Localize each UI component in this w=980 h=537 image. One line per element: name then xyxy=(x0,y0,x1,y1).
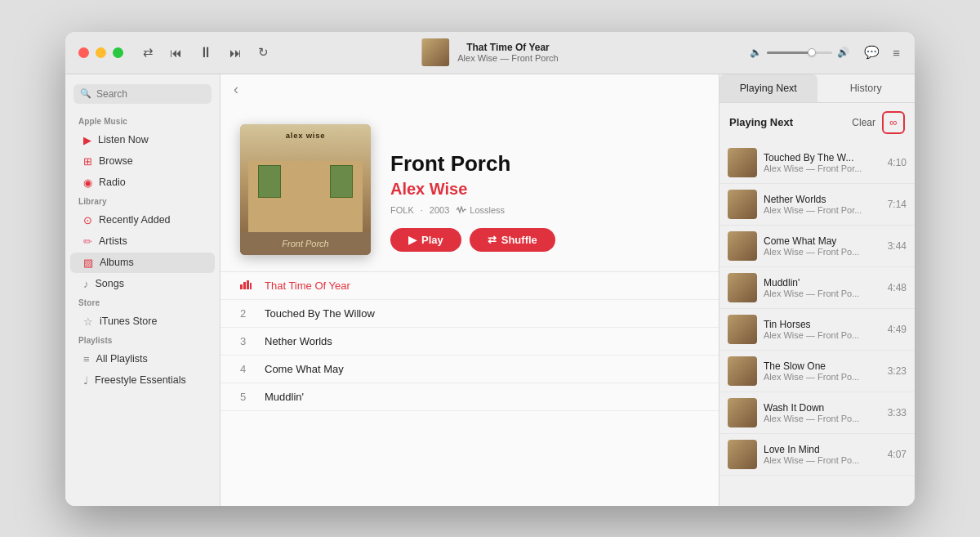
queue-duration-6: 3:23 xyxy=(888,365,906,377)
track-row-2[interactable]: 2 Touched By The Willow xyxy=(220,300,719,328)
sidebar-item-browse[interactable]: ⊞ Browse xyxy=(70,151,215,172)
queue-item-2[interactable]: Nether Worlds Alex Wise — Front Por... 7… xyxy=(719,184,915,226)
titlebar-right-icons: 💬 ≡ xyxy=(862,43,902,61)
play-pause-button[interactable]: ⏸ xyxy=(195,41,216,65)
repeat-button[interactable]: ↻ xyxy=(255,42,272,63)
sidebar-item-recently-added[interactable]: ⊙ Recently Added xyxy=(70,210,215,230)
listen-now-icon: ▶ xyxy=(83,134,91,146)
tab-playing-next[interactable]: Playing Next xyxy=(719,74,817,102)
now-playing-title: That Time Of Year xyxy=(457,42,558,53)
queue-title-2: Nether Worlds xyxy=(764,194,881,205)
now-playing-center: That Time Of Year Alex Wise — Front Porc… xyxy=(421,38,558,66)
album-artist: Alex Wise xyxy=(390,180,699,199)
artists-icon: ✏ xyxy=(83,235,92,248)
queue-info-1: Touched By The W... Alex Wise — Front Po… xyxy=(764,152,881,173)
volume-slider[interactable] xyxy=(767,51,832,54)
album-art-title: alex wise xyxy=(240,131,371,140)
queue-button[interactable]: ≡ xyxy=(891,43,902,61)
sidebar-label-recently-added: Recently Added xyxy=(99,214,171,226)
shuffle-button[interactable]: ⇄ xyxy=(140,42,157,63)
queue-item-3[interactable]: Come What May Alex Wise — Front Po... 3:… xyxy=(719,226,915,267)
songs-icon: ♪ xyxy=(83,278,89,290)
sidebar-item-artists[interactable]: ✏ Artists xyxy=(70,231,215,252)
track-row-4[interactable]: 4 Come What May xyxy=(220,356,719,383)
queue-thumb-7 xyxy=(728,398,757,427)
sidebar-item-listen-now[interactable]: ▶ Listen Now xyxy=(70,130,215,150)
queue-item-6[interactable]: The Slow One Alex Wise — Front Po... 3:2… xyxy=(719,351,915,392)
lossless-icon xyxy=(456,206,467,214)
sidebar-label-artists: Artists xyxy=(99,235,127,247)
queue-sub-7: Alex Wise — Front Po... xyxy=(764,414,881,423)
right-panel-tabs: Playing Next History xyxy=(719,74,915,103)
track-name-1: That Time Of Year xyxy=(265,280,699,292)
queue-sub-1: Alex Wise — Front Por... xyxy=(764,163,881,173)
play-button[interactable]: ▶ Play xyxy=(390,228,461,252)
lyrics-button[interactable]: 💬 xyxy=(862,43,881,61)
titlebar: ⇄ ⏮ ⏸ ⏭ ↻ That Time Of Year Alex Wise — … xyxy=(65,32,915,74)
queue-item-1[interactable]: Touched By The W... Alex Wise — Front Po… xyxy=(719,142,915,184)
search-input[interactable] xyxy=(96,88,205,100)
next-button[interactable]: ⏭ xyxy=(226,43,245,63)
search-icon: 🔍 xyxy=(80,88,91,99)
track-name-2: Touched By The Willow xyxy=(265,307,699,320)
queue-item-8[interactable]: Love In Mind Alex Wise — Front Po... 4:0… xyxy=(719,434,915,476)
svg-rect-3 xyxy=(250,283,252,289)
queue-sub-8: Alex Wise — Front Po... xyxy=(764,455,881,465)
queue-thumb-1 xyxy=(728,148,757,177)
now-playing-info: That Time Of Year Alex Wise — Front Porc… xyxy=(457,42,558,63)
previous-button[interactable]: ⏮ xyxy=(167,43,185,63)
sidebar-item-albums[interactable]: ▨ Albums xyxy=(70,253,215,273)
queue-duration-7: 3:33 xyxy=(888,407,906,418)
album-title: Front Porch xyxy=(390,151,699,177)
sidebar-label-itunes: iTunes Store xyxy=(100,315,157,327)
volume-high-icon: 🔊 xyxy=(837,47,849,58)
queue-controls: Clear ∞ xyxy=(852,111,905,134)
sidebar-item-songs[interactable]: ♪ Songs xyxy=(70,274,215,294)
now-playing-thumbnail xyxy=(421,38,449,66)
queue-info-7: Wash It Down Alex Wise — Front Po... xyxy=(764,402,881,423)
track-row-3[interactable]: 3 Nether Worlds xyxy=(220,328,719,356)
album-art-label: Front Porch xyxy=(240,239,371,248)
track-num-2: 2 xyxy=(240,307,265,320)
track-row-1[interactable]: That Time Of Year xyxy=(220,272,719,300)
sidebar-label-freestyle: Freestyle Essentials xyxy=(95,374,186,386)
sidebar-item-all-playlists[interactable]: ≡ All Playlists xyxy=(70,349,215,369)
section-playlists: Playlists xyxy=(65,333,220,348)
playing-next-header: Playing Next Clear ∞ xyxy=(719,103,915,139)
maximize-button[interactable] xyxy=(113,47,123,58)
back-button[interactable]: ‹ xyxy=(234,81,238,98)
queue-thumb-6 xyxy=(728,356,757,386)
queue-info-2: Nether Worlds Alex Wise — Front Por... xyxy=(764,194,881,215)
sidebar-label-songs: Songs xyxy=(96,278,124,289)
sidebar-item-radio[interactable]: ◉ Radio xyxy=(70,172,215,193)
tab-history[interactable]: History xyxy=(817,74,915,102)
svg-rect-2 xyxy=(247,280,249,289)
queue-duration-2: 7:14 xyxy=(888,199,906,210)
track-row-5[interactable]: 5 Muddlin' xyxy=(220,383,719,411)
queue-sub-6: Alex Wise — Front Po... xyxy=(764,372,881,382)
queue-item-5[interactable]: Tin Horses Alex Wise — Front Po... 4:49 xyxy=(719,309,915,351)
sidebar-item-itunes[interactable]: ☆ iTunes Store xyxy=(70,311,215,332)
section-store: Store xyxy=(65,295,220,311)
radio-icon: ◉ xyxy=(83,177,92,189)
clear-button[interactable]: Clear xyxy=(852,117,875,128)
queue-item-7[interactable]: Wash It Down Alex Wise — Front Po... 3:3… xyxy=(719,392,915,434)
queue-duration-3: 3:44 xyxy=(888,240,906,252)
queue-info-8: Love In Mind Alex Wise — Front Po... xyxy=(764,444,881,465)
queue-title-1: Touched By The W... xyxy=(764,152,881,163)
close-button[interactable] xyxy=(78,47,89,58)
sidebar-item-freestyle[interactable]: ♩ Freestyle Essentials xyxy=(70,370,215,391)
album-info: Front Porch Alex Wise FOLK · 2003 Lossle… xyxy=(390,151,699,255)
queue-item-4[interactable]: Muddlin' Alex Wise — Front Po... 4:48 xyxy=(719,267,915,309)
shuffle-album-button[interactable]: ⇄ Shuffle xyxy=(470,228,555,252)
svg-rect-1 xyxy=(243,282,246,289)
minimize-button[interactable] xyxy=(96,47,106,58)
main-content: 🔍 Apple Music ▶ Listen Now ⊞ Browse ◉ Ra… xyxy=(65,74,915,506)
infinity-button[interactable]: ∞ xyxy=(882,111,905,134)
lossless-badge: Lossless xyxy=(456,205,505,215)
search-bar[interactable]: 🔍 xyxy=(74,84,212,104)
browse-icon: ⊞ xyxy=(83,155,92,168)
sidebar-label-all-playlists: All Playlists xyxy=(96,353,148,365)
queue-title-8: Love In Mind xyxy=(764,444,881,455)
volume-control: 🔈 🔊 xyxy=(750,47,849,58)
